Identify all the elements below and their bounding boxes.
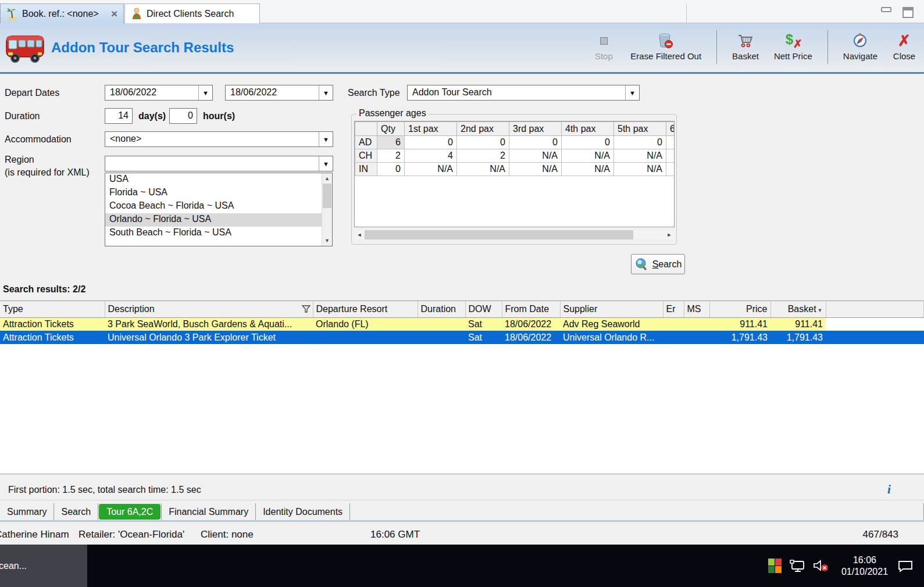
list-item[interactable]: South Beach ~ Florida ~ USA bbox=[105, 227, 332, 240]
toolbar-separator bbox=[716, 30, 717, 64]
accommodation-combo[interactable]: <none> ▼ bbox=[105, 131, 333, 147]
column-supplier[interactable]: Supplier bbox=[560, 301, 663, 317]
tab-tour-active[interactable]: Tour 6A,2C bbox=[99, 504, 160, 520]
tabstrip-filler bbox=[350, 503, 924, 520]
navigate-button[interactable]: Navigate bbox=[843, 30, 877, 61]
tab-direct-clients-search[interactable]: Direct Clients Search bbox=[124, 3, 260, 23]
taskbar-app-button[interactable]: cean... bbox=[0, 545, 87, 587]
minimize-button[interactable] bbox=[881, 7, 891, 12]
chevron-down-icon[interactable]: ▼ bbox=[319, 85, 333, 100]
chevron-down-icon[interactable]: ▼ bbox=[625, 85, 639, 100]
tab-summary[interactable]: Summary bbox=[0, 503, 54, 520]
list-item[interactable]: Florida ~ USA bbox=[105, 187, 332, 200]
column-duration[interactable]: Duration bbox=[418, 301, 465, 317]
taskbar-clock[interactable]: 16:06 01/10/2021 bbox=[838, 554, 891, 578]
depart-date-to-combo[interactable]: 18/06/2022 ▼ bbox=[225, 85, 333, 101]
column-er[interactable]: Er bbox=[663, 301, 684, 317]
stop-icon bbox=[600, 33, 608, 49]
scrollbar-thumb[interactable] bbox=[365, 230, 633, 239]
record-counter: 467/843 bbox=[863, 529, 898, 541]
search-results-count: Search results: 2/2 bbox=[3, 284, 85, 295]
erase-filtered-out-button[interactable]: Erase Filtered Out bbox=[630, 30, 701, 61]
basket-button[interactable]: Basket bbox=[732, 30, 759, 61]
column-basket[interactable]: Basket▼ bbox=[770, 301, 826, 317]
nett-price-button[interactable]: $✗ Nett Price bbox=[774, 30, 812, 61]
tabbar-divider bbox=[686, 3, 687, 23]
nett-price-icon: $✗ bbox=[786, 33, 801, 49]
result-row[interactable]: Attraction Tickets 3 Park SeaWorld, Busc… bbox=[0, 317, 924, 331]
table-row: AD 6 0 0 0 0 0 bbox=[355, 136, 675, 149]
compass-icon bbox=[852, 33, 868, 49]
region-combo[interactable]: ▼ bbox=[105, 156, 333, 171]
duration-hours-input[interactable]: 0 bbox=[169, 108, 197, 124]
antivirus-tray-icon[interactable] bbox=[768, 559, 782, 574]
list-item-selected[interactable]: Orlando ~ Florida ~ USA bbox=[105, 213, 332, 227]
stop-button: Stop bbox=[592, 30, 615, 61]
tab-label: Book. ref.: <none> bbox=[22, 9, 99, 19]
table-row: CH 2 4 2 N/A N/A N/A bbox=[355, 149, 675, 163]
search-form: Depart Dates 18/06/2022 ▼ 18/06/2022 ▼ D… bbox=[0, 76, 924, 283]
column-filler bbox=[826, 301, 924, 317]
depart-dates-label: Depart Dates bbox=[5, 88, 59, 98]
chevron-down-icon[interactable]: ▼ bbox=[319, 156, 333, 171]
search-timing-status: First portion: 1.5 sec, total search tim… bbox=[8, 485, 201, 495]
maximize-button[interactable] bbox=[902, 7, 914, 18]
search-globe-icon bbox=[634, 257, 648, 271]
region-scrollbar[interactable]: ▲ ▼ bbox=[322, 173, 332, 246]
column-ms[interactable]: MS bbox=[684, 301, 709, 317]
palm-tree-icon bbox=[6, 8, 18, 20]
retailer-info: Retailer: 'Ocean-Florida' bbox=[79, 529, 184, 541]
column-from-date[interactable]: From Date bbox=[502, 301, 560, 317]
passenger-ages-group: Passenger ages Qty 1st pax 2nd pax 3rd p… bbox=[351, 114, 677, 245]
volume-muted-tray-icon[interactable] bbox=[812, 559, 830, 574]
close-x-icon: ✗ bbox=[898, 33, 911, 49]
chevron-down-icon[interactable]: ▼ bbox=[198, 85, 212, 100]
person-icon bbox=[131, 8, 142, 20]
search-button[interactable]: Search bbox=[631, 254, 685, 274]
list-item[interactable]: USA bbox=[105, 173, 332, 187]
accommodation-label: Accommodation bbox=[5, 134, 72, 145]
chevron-down-icon[interactable]: ▼ bbox=[319, 132, 333, 146]
duration-label: Duration bbox=[5, 111, 40, 121]
bottom-tab-strip: Summary Search Tour 6A,2C Financial Summ… bbox=[0, 503, 924, 522]
passenger-ages-hscrollbar[interactable]: ◄ ► bbox=[354, 230, 675, 240]
region-label: Region bbox=[5, 155, 34, 165]
search-type-combo[interactable]: Addon Tour Search ▼ bbox=[407, 85, 640, 101]
close-button[interactable]: ✗ Close bbox=[893, 30, 916, 61]
tab-identity-documents[interactable]: Identity Documents bbox=[256, 503, 350, 520]
taskbar: cean... bbox=[0, 545, 924, 587]
results-table: Type Description Departure Resort Durati… bbox=[0, 300, 924, 474]
scroll-left-icon[interactable]: ◄ bbox=[354, 230, 365, 240]
filter-icon[interactable] bbox=[302, 305, 311, 313]
clock-date: 01/10/2021 bbox=[838, 566, 891, 578]
column-price[interactable]: Price bbox=[709, 301, 770, 317]
depart-date-from-combo[interactable]: 18/06/2022 ▼ bbox=[105, 85, 213, 101]
tab-book-ref[interactable]: Book. ref.: <none> × bbox=[0, 3, 124, 23]
tab-search[interactable]: Search bbox=[54, 503, 98, 520]
table-row: IN 0 N/A N/A N/A N/A N/A bbox=[355, 163, 675, 176]
sort-desc-icon: ▼ bbox=[818, 307, 823, 313]
action-center-icon[interactable] bbox=[897, 559, 914, 573]
column-description[interactable]: Description bbox=[105, 301, 313, 317]
status-bar: Catherine Hinam Retailer: 'Ocean-Florida… bbox=[0, 524, 924, 545]
result-row-selected[interactable]: Attraction Tickets Universal Orlando 3 P… bbox=[0, 331, 924, 344]
bus-icon bbox=[5, 28, 47, 69]
info-icon[interactable]: i bbox=[887, 482, 891, 497]
tab-bar: Book. ref.: <none> × Direct Clients Sear… bbox=[0, 0, 924, 23]
system-tray: 16:06 01/10/2021 bbox=[768, 545, 924, 587]
passenger-ages-grid[interactable]: Qty 1st pax 2nd pax 3rd pax 4th pax 5th … bbox=[354, 121, 675, 227]
duration-days-input[interactable]: 14 bbox=[105, 108, 133, 124]
column-type[interactable]: Type bbox=[0, 301, 105, 317]
network-tray-icon[interactable] bbox=[789, 559, 805, 573]
clock-time: 16:06 bbox=[838, 554, 891, 566]
tab-financial-summary[interactable]: Financial Summary bbox=[161, 503, 256, 520]
scroll-right-icon[interactable]: ► bbox=[664, 230, 675, 240]
close-tab-icon[interactable]: × bbox=[111, 10, 117, 18]
scrollbar-thumb[interactable] bbox=[323, 184, 331, 208]
list-item[interactable]: Cocoa Beach ~ Florida ~ USA bbox=[105, 200, 332, 213]
region-listbox[interactable]: USA Florida ~ USA Cocoa Beach ~ Florida … bbox=[105, 173, 333, 246]
scroll-up-icon[interactable]: ▲ bbox=[322, 173, 332, 184]
column-dow[interactable]: DOW bbox=[465, 301, 502, 317]
scroll-down-icon[interactable]: ▼ bbox=[322, 235, 332, 246]
column-departure-resort[interactable]: Departure Resort bbox=[313, 301, 418, 317]
